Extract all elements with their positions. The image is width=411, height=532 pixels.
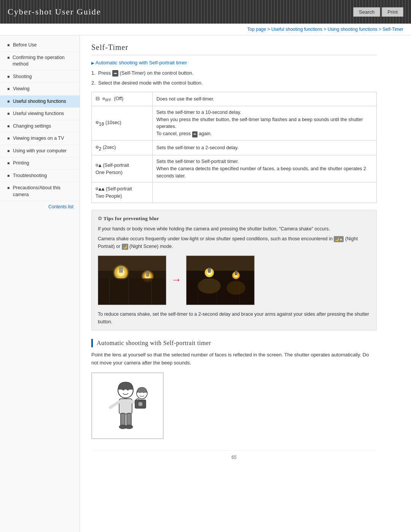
tips-title: Tips for preventing blur	[98, 215, 370, 223]
header-buttons: Search Print	[353, 7, 403, 17]
auto-section-heading: Automatic shooting with Self-portrait ti…	[91, 339, 377, 347]
bullet-icon: ◾	[6, 136, 11, 141]
bullet-icon: ◾	[6, 124, 11, 129]
svg-rect-2	[98, 256, 166, 271]
tips-text-1: If your hands or body move while holding…	[98, 225, 370, 233]
sidebar-label: Confirming the operation method	[13, 54, 76, 68]
self-portrait-illustration	[91, 372, 164, 439]
page-number: 65	[91, 451, 377, 460]
sidebar-item-useful-viewing[interactable]: ◾ Useful viewing functions	[0, 108, 80, 120]
main-layout: ◾ Before Use ◾ Confirming the operation …	[0, 35, 411, 532]
sidebar: ◾ Before Use ◾ Confirming the operation …	[0, 35, 80, 532]
sidebar-label: Precautions/About this camera	[13, 185, 76, 198]
timer-cell-icon: ⊙2 (2sec)	[92, 140, 153, 155]
photo-clear	[186, 256, 255, 305]
svg-point-35	[139, 403, 142, 406]
bullet-icon: ◾	[6, 86, 11, 92]
page-header: Cyber-shot User Guide Search Print	[0, 0, 411, 24]
timer-cell-desc: Sets the self-timer to Self-portrait tim…	[153, 155, 377, 182]
search-button[interactable]: Search	[353, 7, 380, 17]
svg-rect-36	[136, 399, 139, 400]
step-2: 2. Select the desired mode with the cont…	[91, 79, 377, 87]
contents-list-link[interactable]: Contents list	[0, 201, 80, 212]
svg-rect-30	[119, 399, 132, 414]
sidebar-label: Shooting	[13, 73, 32, 80]
sidebar-label: Printing	[13, 160, 29, 167]
images-row: →	[98, 256, 370, 305]
sidebar-label: Useful viewing functions	[13, 110, 64, 117]
bullet-icon: ◾	[6, 149, 11, 154]
sidebar-label: Useful shooting functions	[13, 98, 66, 105]
svg-rect-5	[119, 267, 123, 273]
sidebar-label: Before Use	[13, 42, 37, 49]
main-content: Self-Timer Automatic shooting with Self-…	[80, 35, 388, 532]
bullet-icon: ◾	[6, 161, 11, 166]
svg-point-43	[125, 425, 133, 429]
bullet-icon: ◾	[6, 99, 11, 104]
bullet-icon: ◾	[6, 43, 11, 48]
svg-rect-14	[186, 256, 254, 271]
person-svg	[97, 375, 158, 436]
sidebar-label: Troubleshooting	[13, 173, 47, 179]
tips-text-2: Camera shake occurs frequently under low…	[98, 235, 370, 250]
timer-cell-icon: ⊙▲ (Self-portraitOne Person)	[92, 155, 153, 182]
table-row: ⊙2 (2sec) Sets the self-timer to a 2-sec…	[92, 140, 377, 155]
arrow-icon: →	[171, 272, 182, 289]
timer-cell-desc: Sets the self-timer to a 2-second delay.	[153, 140, 377, 155]
timer-cell-icon: ⊟ ⊘OFF (Off)	[92, 92, 153, 106]
sidebar-item-using-computer[interactable]: ◾ Using with your computer	[0, 145, 80, 158]
sidebar-item-precautions[interactable]: ◾ Precautions/About this camera	[0, 182, 80, 201]
bullet-icon: ◾	[6, 173, 11, 179]
sidebar-item-shooting[interactable]: ◾ Shooting	[0, 71, 80, 83]
sidebar-label: Changing settings	[13, 123, 51, 130]
breadcrumb-using-shooting[interactable]: Using shooting functions	[328, 27, 378, 32]
tips-footer: To reduce camera shake, set the self-tim…	[98, 310, 370, 326]
blurry-photo-svg	[98, 256, 166, 305]
timer-cell-desc	[153, 182, 377, 203]
breadcrumb-top[interactable]: Top page	[247, 27, 266, 32]
table-row: ⊙▲▲ (Self-portraitTwo People)	[92, 182, 377, 203]
timer-cell-icon: ⊙10 (10sec)	[92, 106, 153, 140]
bullet-icon: ◾	[6, 111, 11, 117]
print-button[interactable]: Print	[382, 7, 403, 17]
sidebar-item-printing[interactable]: ◾ Printing	[0, 157, 80, 170]
table-row: ⊙10 (10sec) Sets the self-timer to a 10-…	[92, 106, 377, 140]
svg-rect-21	[186, 280, 254, 305]
svg-point-25	[198, 278, 221, 294]
table-row: ⊟ ⊘OFF (Off) Does not use the self-timer…	[92, 92, 377, 106]
auto-section-text: Point the lens at yourself so that the s…	[91, 351, 377, 367]
sidebar-label: Using with your computer	[13, 148, 67, 155]
svg-line-31	[110, 402, 119, 407]
bullet-icon: ◾	[6, 55, 10, 61]
sidebar-item-troubleshooting[interactable]: ◾ Troubleshooting	[0, 170, 80, 182]
sidebar-item-changing-settings[interactable]: ◾ Changing settings	[0, 120, 80, 133]
sidebar-item-viewing-tv[interactable]: ◾ Viewing images on a TV	[0, 133, 80, 145]
sidebar-item-confirming[interactable]: ◾ Confirming the operation method	[0, 52, 80, 71]
photo-blurry	[98, 256, 166, 305]
sidebar-item-before-use[interactable]: ◾ Before Use	[0, 39, 80, 52]
timer-cell-icon: ⊙▲▲ (Self-portraitTwo People)	[92, 182, 153, 203]
sidebar-item-useful-shooting[interactable]: ◾ Useful shooting functions	[0, 96, 80, 108]
tips-box: Tips for preventing blur If your hands o…	[91, 210, 377, 331]
svg-point-26	[226, 281, 245, 295]
table-row: ⊙▲ (Self-portraitOne Person) Sets the se…	[92, 155, 377, 182]
sidebar-label: Viewing images on a TV	[13, 135, 64, 142]
clear-photo-svg	[186, 256, 254, 305]
breadcrumb-current: Self-Timer	[382, 27, 403, 32]
auto-shoot-link[interactable]: Automatic shooting with Self-portrait ti…	[91, 60, 377, 66]
step-1: 1. Press ➡ (Self-Timer) on the control b…	[91, 69, 377, 77]
timer-table: ⊟ ⊘OFF (Off) Does not use the self-timer…	[91, 92, 377, 203]
svg-rect-9	[98, 278, 166, 305]
timer-cell-desc: Sets the self-timer to a 10-second delay…	[153, 106, 377, 140]
page-title: Self-Timer	[91, 43, 377, 55]
app-title: Cyber-shot User Guide	[8, 7, 101, 17]
breadcrumb: Top page > Useful shooting functions > U…	[0, 24, 411, 35]
svg-rect-20	[235, 271, 237, 275]
sidebar-item-viewing[interactable]: ◾ Viewing	[0, 83, 80, 96]
timer-cell-desc: Does not use the self-timer.	[153, 92, 377, 106]
svg-rect-41	[127, 413, 131, 427]
breadcrumb-useful-shooting[interactable]: Useful shooting functions	[271, 27, 322, 32]
sidebar-label: Viewing	[13, 86, 30, 93]
bullet-icon: ◾	[6, 185, 11, 191]
svg-rect-17	[208, 268, 211, 273]
